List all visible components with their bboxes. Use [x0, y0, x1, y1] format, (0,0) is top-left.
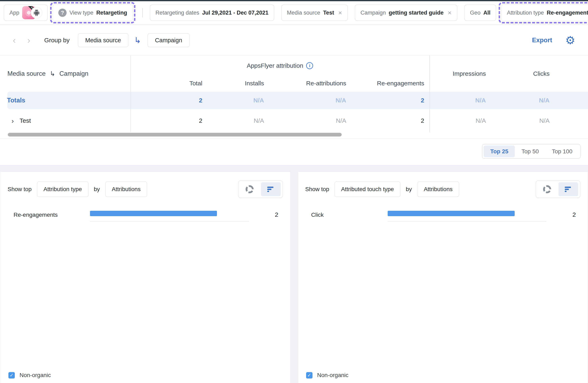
- non-organic-filter: ✓ Non-organic: [306, 372, 349, 379]
- bar-value: 2: [275, 211, 278, 218]
- row-impressions: N/A: [429, 117, 491, 124]
- dimension-select[interactable]: Attributed touch type: [335, 181, 400, 197]
- non-organic-checkbox[interactable]: ✓: [306, 372, 313, 379]
- retargeting-dates-chip[interactable]: Retargeting dates Jul 29,2021 - Dec 07,2…: [150, 4, 274, 21]
- attribution-type-highlight: Attribution type Re-engagements ×: [499, 2, 588, 23]
- non-organic-checkbox[interactable]: ✓: [8, 372, 15, 379]
- totals-row: Totals 2 N/A N/A 2 N/A N/A: [0, 92, 588, 109]
- geo-label: Geo: [470, 10, 481, 16]
- group-by-media-source-button[interactable]: Media source: [78, 33, 128, 47]
- totals-clicks: N/A: [491, 97, 555, 104]
- attribution-table-card: ‹ › Group by Media source ↳ Campaign Exp…: [0, 25, 588, 165]
- gear-icon[interactable]: ⚙: [566, 35, 575, 46]
- geo-value: All: [483, 10, 491, 16]
- first-column-header[interactable]: Media source ↳ Campaign: [7, 56, 88, 92]
- geo-chip[interactable]: Geo All: [464, 4, 496, 21]
- by-label: by: [406, 186, 412, 192]
- attribution-table: Media source ↳ Campaign AppsFlyer attrib…: [0, 56, 588, 132]
- donut-chart-icon[interactable]: [240, 185, 259, 194]
- col-header-clicks[interactable]: Clicks: [491, 56, 555, 92]
- appsflyer-dashboard: App DEV ? View type Retargeting: [0, 0, 588, 383]
- column-divider: [130, 56, 131, 132]
- branch-arrow-icon: ↳: [134, 36, 141, 45]
- expand-chevron-icon[interactable]: ›: [12, 117, 14, 124]
- show-top-label: Show top: [305, 186, 329, 192]
- attribution-type-value: Re-engagements: [547, 10, 588, 16]
- row-installs: N/A: [208, 117, 269, 124]
- view-type-highlight: ? View type Retargeting: [50, 2, 135, 23]
- app-chip-label: App: [9, 10, 19, 16]
- first-col-primary: Media source: [7, 70, 46, 77]
- group-by-label: Group by: [44, 37, 69, 44]
- chevron-right-icon[interactable]: ›: [27, 36, 30, 45]
- totals-installs: N/A: [208, 97, 269, 104]
- android-platform-badge: [31, 7, 42, 18]
- android-icon: [33, 9, 40, 16]
- media-source-label: Media source: [287, 10, 320, 16]
- top-100-button[interactable]: Top 100: [545, 146, 579, 157]
- info-icon[interactable]: i: [306, 62, 313, 69]
- bar-label: Click: [311, 212, 324, 218]
- first-col-secondary: Campaign: [59, 70, 88, 77]
- show-top-label: Show top: [8, 186, 32, 192]
- row-label-cell: › Test: [0, 117, 130, 124]
- scrollbar-thumb[interactable]: [8, 133, 342, 136]
- group-by-campaign-button[interactable]: Campaign: [147, 33, 189, 47]
- col-header-impressions[interactable]: Impressions: [429, 56, 491, 92]
- table-row[interactable]: › Test 2 N/A N/A 2 N/A N/A: [0, 109, 588, 132]
- chevron-left-icon[interactable]: ‹: [13, 36, 16, 45]
- col-header-reengagements[interactable]: Re-engagements: [351, 80, 429, 87]
- column-divider: [429, 56, 430, 132]
- row-reattributions: N/A: [269, 117, 351, 124]
- totals-label: Totals: [0, 97, 130, 104]
- totals-total: 2: [130, 97, 208, 104]
- bar-axis-line: [388, 221, 546, 222]
- close-icon[interactable]: ×: [448, 9, 452, 16]
- table-scrollbar: [0, 133, 588, 136]
- bar-chart-icon[interactable]: [558, 182, 578, 196]
- media-source-value: Test: [323, 10, 334, 16]
- chart-type-toggle: [238, 180, 283, 198]
- campaign-value: getting started guide: [389, 10, 443, 16]
- bar-row: Click 2: [298, 211, 588, 223]
- panel-header: Show top Attributed touch type by Attrib…: [305, 180, 581, 198]
- branch-arrow-icon: ↳: [50, 70, 55, 77]
- table-header: Media source ↳ Campaign AppsFlyer attrib…: [0, 56, 588, 92]
- filter-bar: App DEV ? View type Retargeting: [0, 1, 588, 24]
- donut-chart-icon[interactable]: [538, 185, 556, 194]
- totals-reattributions: N/A: [269, 97, 351, 104]
- attributed-touch-type-chart-panel: Show top Attributed touch type by Attrib…: [298, 172, 588, 383]
- col-header-installs[interactable]: Installs: [208, 80, 269, 87]
- bar-axis-line: [90, 221, 249, 222]
- row-reengagements: 2: [351, 117, 429, 124]
- metric-select[interactable]: Attributions: [417, 181, 459, 197]
- bar-value: 2: [572, 211, 576, 218]
- bar: [388, 211, 515, 216]
- by-label: by: [94, 186, 100, 192]
- view-type-chip[interactable]: ? View type Retargeting: [53, 4, 133, 21]
- totals-reengagements: 2: [351, 97, 429, 104]
- media-source-chip[interactable]: Media source Test ×: [281, 4, 348, 21]
- bar-row: Re-engagements 2: [0, 211, 290, 223]
- top-50-button[interactable]: Top 50: [515, 146, 545, 157]
- dimension-select[interactable]: Attribution type: [37, 181, 88, 197]
- bar: [90, 211, 217, 216]
- export-button[interactable]: Export: [532, 37, 552, 44]
- metric-select[interactable]: Attributions: [105, 181, 147, 197]
- bar-chart-icon[interactable]: [261, 182, 281, 196]
- row-label: Test: [20, 117, 31, 124]
- close-icon[interactable]: ×: [338, 9, 342, 16]
- attribution-type-chart-panel: Show top Attribution type by Attribution…: [0, 172, 291, 383]
- attribution-group-header: AppsFlyer attribution i: [130, 62, 429, 69]
- chart-panels: Show top Attribution type by Attribution…: [0, 165, 588, 383]
- col-header-reattributions[interactable]: Re-attributions: [269, 80, 351, 87]
- question-icon: ?: [58, 9, 66, 17]
- campaign-chip[interactable]: Campaign getting started guide ×: [355, 4, 457, 21]
- top-25-button[interactable]: Top 25: [484, 146, 515, 157]
- attribution-type-chip[interactable]: Attribution type Re-engagements ×: [501, 4, 588, 21]
- app-chip[interactable]: App DEV: [4, 4, 48, 21]
- col-header-total[interactable]: Total: [130, 80, 208, 87]
- dates-value: Jul 29,2021 - Dec 07,2021: [202, 10, 269, 16]
- checkbox-label: Non-organic: [20, 372, 51, 379]
- pagination-row: Top 25 Top 50 Top 100: [0, 139, 588, 165]
